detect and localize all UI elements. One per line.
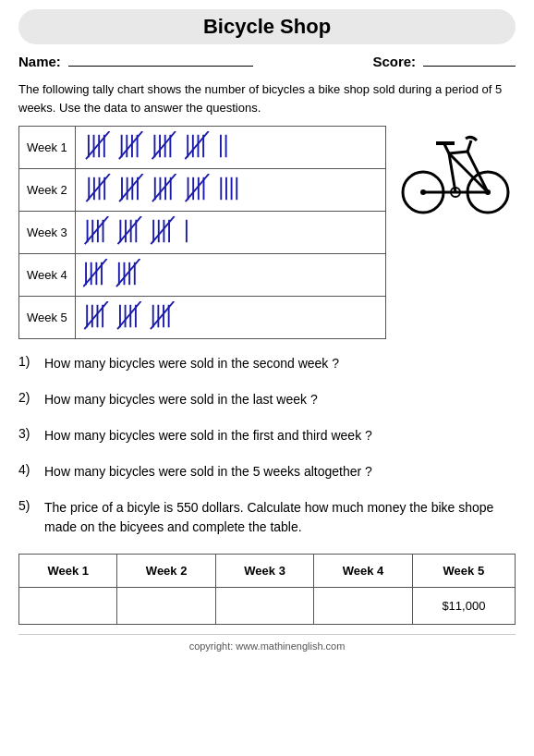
question-number: 4) [18,462,39,477]
svg-line-76 [84,301,107,329]
tally-marks-cell [75,169,385,212]
question-text: How many bicycles were sold in the secon… [44,354,339,373]
tally-marks-cell [75,297,385,339]
name-underline [68,66,253,67]
question-text: The price of a bicyle is 550 dollars. Ca… [44,498,516,537]
svg-line-50 [85,216,108,244]
name-label: Name: [18,54,61,69]
question-number: 5) [18,498,39,513]
svg-line-95 [444,144,449,153]
questions-section: 1)How many bicycles were sold in the sec… [18,354,516,537]
svg-line-4 [86,131,109,159]
svg-line-14 [152,131,175,159]
answer-table: Week 1Week 2Week 3Week 4Week 5 $11,000 [18,554,516,625]
tally-marks-cell [75,212,385,254]
question-1: 1)How many bicycles were sold in the sec… [18,354,516,373]
svg-line-81 [117,301,140,329]
question-number: 1) [18,354,39,369]
svg-line-26 [86,174,109,201]
tally-week-label: Week 3 [19,212,76,254]
question-2: 2)How many bicycles were sold in the las… [18,390,516,409]
svg-line-9 [119,131,142,159]
name-field: Name: [18,54,253,69]
tally-week-label: Week 5 [19,297,76,339]
tally-chart: Week 1Week 2Week 3Week 4Week 5 [18,126,386,339]
answer-table-header: Week 3 [215,555,313,588]
svg-line-31 [119,174,142,201]
svg-line-36 [152,174,176,201]
answer-table-cell[interactable]: $11,000 [412,588,515,625]
question-text: How many bicycles were sold in the last … [44,390,318,409]
svg-line-60 [151,216,174,244]
tally-week-label: Week 2 [19,169,76,212]
copyright: copyright: www.mathinenglish.com [18,634,516,652]
score-underline [423,66,516,67]
score-label: Score: [372,54,416,69]
question-4: 4)How many bicycles were sold in the 5 w… [18,462,516,482]
tally-marks-cell [75,127,385,169]
bicycle-image [395,126,516,218]
svg-line-41 [186,174,209,201]
answer-table-section: Week 1Week 2Week 3Week 4Week 5 $11,000 [18,554,516,625]
answer-table-header: Week 1 [19,555,117,588]
answer-table-header: Week 5 [412,555,515,588]
svg-line-66 [83,259,106,287]
answer-table-cell[interactable] [117,588,215,625]
tally-section: Week 1Week 2Week 3Week 4Week 5 [18,126,516,339]
page-title: Bicycle Shop [18,9,516,44]
answer-table-cell[interactable] [314,588,412,625]
question-number: 2) [18,390,39,405]
answer-table-header: Week 2 [117,555,215,588]
question-number: 3) [18,426,39,441]
answer-table-header: Week 4 [314,555,412,588]
svg-line-71 [116,259,140,287]
score-field: Score: [372,54,516,69]
svg-line-55 [117,216,140,244]
answer-table-cell[interactable] [215,588,313,625]
answer-table-cell[interactable] [19,588,117,625]
question-text: How many bicycles were sold in the first… [44,426,372,445]
tally-week-label: Week 4 [19,254,76,297]
question-text: How many bicycles were sold in the 5 wee… [44,462,372,482]
svg-point-99 [485,189,491,195]
question-3: 3)How many bicycles were sold in the fir… [18,426,516,445]
svg-point-98 [420,189,426,195]
svg-line-86 [151,301,174,329]
tally-week-label: Week 1 [19,127,76,169]
svg-line-92 [449,152,467,153]
question-5: 5)The price of a bicyle is 550 dollars. … [18,498,516,537]
svg-line-97 [467,140,471,152]
svg-line-19 [185,131,208,159]
intro-text: The following tally chart shows the numb… [18,80,516,116]
tally-marks-cell [75,254,385,297]
